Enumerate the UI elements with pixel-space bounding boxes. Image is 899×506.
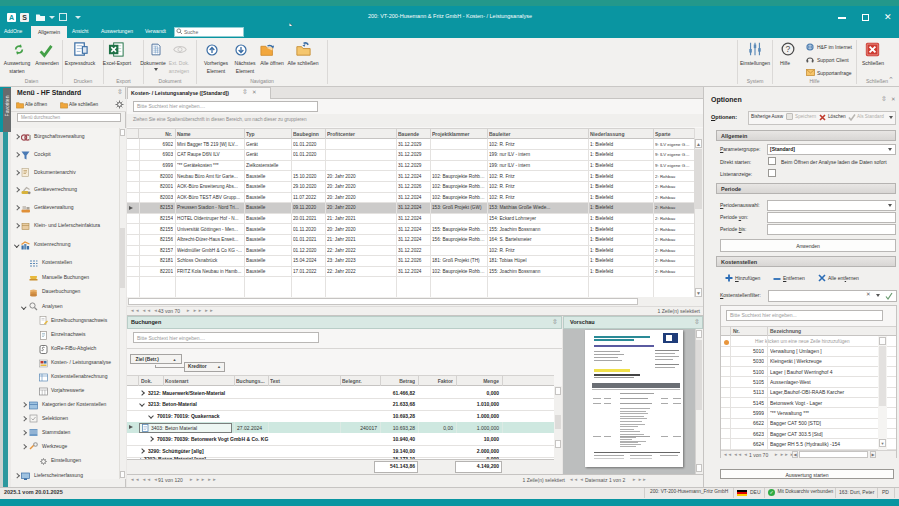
svg-text:?: ? (786, 44, 791, 54)
